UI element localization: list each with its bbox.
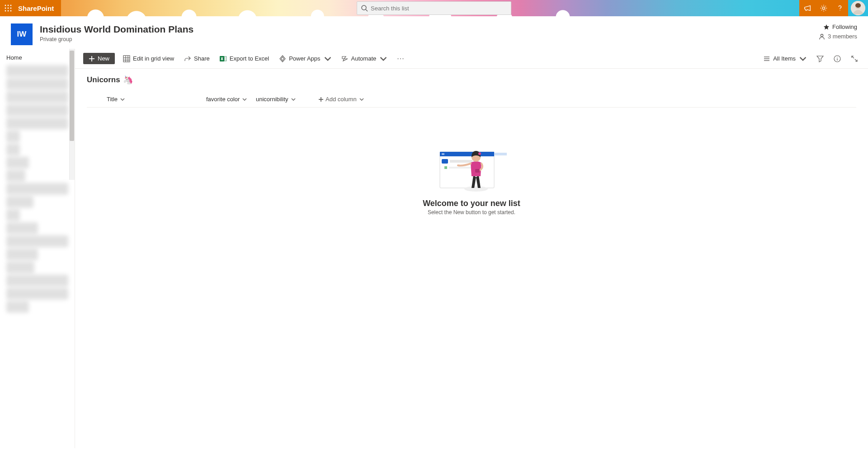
nav-item-redacted[interactable] [6, 170, 25, 182]
nav-item-redacted[interactable] [6, 275, 68, 286]
settings-button[interactable] [816, 0, 832, 16]
svg-point-12 [840, 10, 840, 10]
chevron-down-icon [120, 97, 125, 102]
chevron-down-icon [291, 97, 296, 102]
column-header-unicornibility-label: unicornibility [256, 96, 288, 103]
nav-item-redacted[interactable] [6, 301, 29, 313]
export-excel-button[interactable]: Export to Excel [218, 53, 271, 64]
column-header-title-label: Title [107, 96, 118, 103]
app-launcher-button[interactable] [0, 0, 16, 16]
chevron-down-icon [359, 97, 364, 102]
nav-item-redacted[interactable] [6, 235, 68, 247]
info-icon [834, 55, 841, 62]
column-header-unicornibility[interactable]: unicornibility [256, 96, 306, 103]
list-icon [763, 55, 770, 62]
edit-grid-label: Edit in grid view [133, 55, 174, 62]
power-apps-icon [279, 55, 286, 62]
info-button[interactable] [832, 53, 843, 64]
column-header-favorite-color-label: favorite color [206, 96, 240, 103]
nav-item-redacted[interactable] [6, 157, 29, 169]
search-box[interactable] [357, 1, 511, 15]
empty-state-subtitle: Select the New button to get started. [428, 209, 515, 216]
edit-grid-button[interactable]: Edit in grid view [121, 53, 176, 64]
more-actions-button[interactable]: ··· [395, 55, 406, 63]
user-avatar[interactable] [851, 1, 865, 15]
column-header-row: Title favorite color unicornibility Add … [87, 91, 856, 108]
svg-rect-41 [494, 153, 507, 155]
search-input[interactable] [371, 5, 507, 12]
svg-rect-37 [442, 159, 448, 164]
empty-state-title: Welcome to your new list [423, 199, 520, 208]
nav-item-redacted[interactable] [6, 248, 38, 260]
nav-item-redacted[interactable] [6, 209, 20, 221]
suite-header: SharePoint [0, 0, 868, 16]
power-apps-label: Power Apps [289, 55, 320, 62]
grid-view-icon [123, 55, 130, 62]
nav-item-redacted[interactable] [6, 104, 68, 116]
follow-label: Following [832, 23, 857, 30]
nav-item-redacted[interactable] [6, 196, 33, 208]
announcements-button[interactable] [799, 0, 816, 16]
nav-home[interactable]: Home [0, 52, 75, 64]
svg-point-4 [8, 8, 9, 9]
nav-item-redacted[interactable] [6, 183, 68, 195]
header-decoration [49, 0, 633, 16]
nav-item-redacted[interactable] [6, 144, 20, 155]
svg-point-6 [5, 10, 6, 12]
gear-icon [820, 4, 828, 12]
svg-point-5 [10, 8, 12, 9]
svg-rect-35 [440, 152, 494, 156]
site-title[interactable]: Insidious World Domination Plans [40, 23, 819, 35]
svg-point-11 [822, 7, 825, 9]
share-button[interactable]: Share [182, 53, 212, 64]
members-button[interactable]: 3 members [819, 33, 857, 40]
automate-button[interactable]: Automate [340, 53, 389, 64]
nav-item-redacted[interactable] [6, 222, 38, 234]
svg-rect-36 [442, 153, 444, 155]
brand-link[interactable]: SharePoint [16, 0, 61, 16]
site-logo[interactable]: IW [11, 23, 33, 45]
nav-item-redacted[interactable] [6, 117, 68, 129]
question-icon [836, 4, 844, 12]
svg-point-2 [10, 5, 12, 6]
svg-rect-38 [450, 160, 472, 163]
nav-item-redacted[interactable] [6, 78, 68, 90]
svg-rect-39 [444, 166, 447, 169]
power-apps-button[interactable]: Power Apps [277, 53, 333, 64]
site-header: IW Insidious World Domination Plans Priv… [0, 16, 868, 49]
svg-point-16 [821, 34, 823, 36]
follow-button[interactable]: Following [819, 23, 857, 30]
help-button[interactable] [832, 0, 848, 16]
list-title-emoji: 🦄 [123, 75, 133, 85]
column-header-title[interactable]: Title [107, 96, 206, 103]
new-button[interactable]: New [83, 53, 115, 64]
list-area: Unicorns 🦄 Title favorite color unicorni… [75, 69, 868, 448]
nav-item-redacted[interactable] [6, 91, 68, 103]
add-column-button[interactable]: Add column [318, 96, 364, 103]
nav-item-redacted[interactable] [6, 131, 20, 142]
view-selector-label: All Items [773, 55, 796, 62]
automate-label: Automate [351, 55, 377, 62]
nav-item-redacted[interactable] [6, 288, 68, 300]
automate-icon [341, 55, 349, 62]
megaphone-icon [803, 4, 811, 12]
site-privacy-label: Private group [40, 36, 819, 42]
view-selector-button[interactable]: All Items [761, 53, 808, 64]
nav-item-redacted[interactable] [6, 262, 34, 273]
expand-button[interactable] [849, 53, 860, 64]
plus-icon [318, 97, 324, 102]
chevron-down-icon [799, 55, 807, 62]
new-label: New [98, 55, 109, 62]
nav-scrollbar-thumb[interactable] [70, 51, 74, 141]
nav-scrollbar-track[interactable] [69, 49, 75, 180]
list-title-text: Unicorns [87, 75, 120, 84]
svg-rect-19 [123, 56, 130, 62]
command-bar: New Edit in grid view Share Export to Ex… [75, 49, 868, 69]
svg-point-31 [837, 56, 837, 57]
column-header-favorite-color[interactable]: favorite color [206, 96, 256, 103]
chevron-down-icon [242, 97, 247, 102]
svg-point-3 [5, 8, 6, 9]
nav-item-redacted[interactable] [6, 65, 68, 77]
filter-button[interactable] [815, 53, 826, 64]
filter-icon [816, 55, 824, 62]
